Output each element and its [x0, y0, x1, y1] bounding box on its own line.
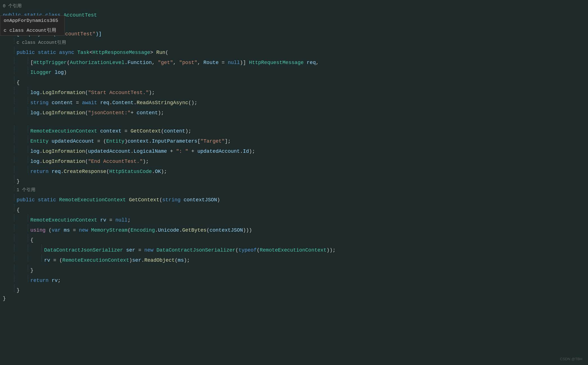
code-line-22: RemoteExecutionContext rv = null;	[0, 214, 588, 224]
code-line-14: Entity updatedAccount = (Entity)context.…	[0, 135, 588, 145]
code-line-29: }	[0, 284, 588, 295]
code-line-18: }	[0, 175, 588, 186]
code-editor: onAppForDynamics365 c class Account引用 0 …	[0, 0, 588, 306]
autocomplete-item-1[interactable]: onAppForDynamics365	[0, 16, 64, 26]
code-line-12: log.LogInformation("jsonContent:"+ conte…	[0, 107, 588, 117]
using-keyword: using	[30, 226, 49, 234]
code-line-10: log.LogInformation("Start AccountTest.")…	[0, 87, 588, 97]
code-line-17: return req.CreateResponse(HttpStatusCode…	[0, 166, 588, 176]
code-line-15: log.LogInformation(updatedAccount.Logica…	[0, 145, 588, 156]
code-line-11: string content = await req.Content.ReadA…	[0, 97, 588, 107]
code-line-9: {	[0, 77, 588, 87]
code-line-24: {	[0, 234, 588, 244]
code-line-26: rv = (RemoteExecutionContext)ser.ReadObj…	[0, 254, 588, 264]
code-line-3: {	[0, 20, 588, 28]
code-line-27: }	[0, 264, 588, 275]
code-line-2: public static class AccountTest	[0, 11, 588, 20]
code-line-28: return rv;	[0, 275, 588, 285]
ref-count-0b: c class Account引用	[17, 39, 66, 47]
code-line-19: 1 个引用	[0, 186, 588, 194]
watermark: CSDN @TBH	[560, 356, 582, 362]
code-line-8: ILogger log)	[0, 67, 588, 77]
code-line-4: [DisplayName("AccountTest")]	[0, 28, 588, 38]
autocomplete-item-2[interactable]: c class Account引用	[0, 26, 64, 35]
code-line-blank	[0, 117, 588, 125]
code-line-21: {	[0, 204, 588, 214]
code-line-20: public static RemoteExecutionContext Get…	[0, 194, 588, 204]
code-line-16: log.LogInformation("End AccountTest.");	[0, 156, 588, 166]
autocomplete-popup[interactable]: onAppForDynamics365 c class Account引用	[0, 15, 65, 36]
ref-count-0: 0 个引用	[3, 3, 22, 10]
code-line-1: 0 个引用	[0, 3, 588, 11]
code-line-13: RemoteExecutionContext context = GetCont…	[0, 125, 588, 135]
code-line-25: DataContractJsonSerializer ser = new Dat…	[0, 244, 588, 254]
ref-count-1: 1 个引用	[17, 187, 35, 194]
code-line-23: using (var ms = new MemoryStream(Encodin…	[0, 224, 588, 234]
code-line-5: c class Account引用	[0, 38, 588, 47]
code-line-30: }	[0, 295, 588, 303]
code-line-6: public static async Task<HttpResponseMes…	[0, 47, 588, 57]
code-line-7: [HttpTrigger(AuthorizationLevel.Function…	[0, 57, 588, 67]
